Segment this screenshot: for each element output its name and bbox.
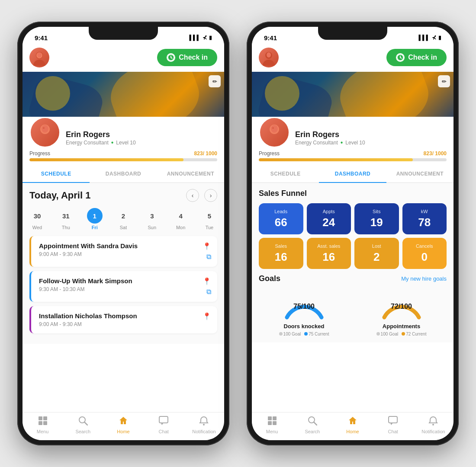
appt-time-2: 9:00 AM - 9:30 AM	[39, 321, 137, 327]
search-icon-2	[308, 416, 317, 428]
copy-icon-1[interactable]: ⧉	[206, 288, 211, 296]
tab-announcement-2[interactable]: ANNOUNCEMENT	[386, 166, 453, 183]
date-item-5[interactable]: 5 Tue	[202, 208, 217, 230]
funnel-card-appts[interactable]: Appts 24	[307, 203, 351, 234]
tab-announcement-1[interactable]: ANNOUNCEMENT	[157, 166, 224, 183]
tab-schedule-1[interactable]: SCHEDULE	[23, 166, 90, 183]
dashboard-content-2: Sales Funnel Leads 66 Appts 24 Sits 19	[252, 183, 453, 342]
location-icon-2[interactable]: 📍	[203, 312, 211, 320]
funnel-label-kw: kW	[421, 209, 428, 214]
progress-label-2: Progress	[259, 150, 280, 157]
date-item-1[interactable]: 1 Fri	[87, 208, 103, 230]
checkin-button-1[interactable]: Check in	[157, 49, 217, 66]
progress-value-1: 823/ 1000	[194, 150, 217, 157]
user-avatar-2[interactable]	[259, 48, 279, 67]
date-item-2[interactable]: 2 Sat	[116, 208, 131, 230]
nav-chat-1[interactable]: Chat	[144, 416, 184, 434]
nav-menu-2[interactable]: Menu	[252, 416, 292, 434]
screen-content-1: Check in ✏ Erin Roger	[23, 44, 224, 412]
funnel-card-leads[interactable]: Leads 66	[259, 203, 303, 234]
funnel-label-appts: Appts	[323, 209, 335, 214]
banner-edit-button-2[interactable]: ✏	[438, 75, 450, 87]
banner-shape-3	[35, 76, 70, 111]
nav-notification-2[interactable]: Notification	[413, 416, 453, 434]
nav-home-2[interactable]: Home	[332, 416, 373, 434]
goal-name-doors: Doors knocked	[284, 323, 325, 329]
nav-notif-label-1: Notification	[192, 429, 215, 434]
goal-legend-doors: 100 Goal 75 Current	[279, 332, 329, 336]
funnel-value-cancels: 0	[421, 250, 428, 264]
svg-line-23	[400, 58, 402, 58]
funnel-label-sales: Sales	[275, 243, 287, 249]
goal-dot-appts: 100 Goal	[376, 332, 399, 336]
profile-info-2: Erin Rogers Energy Consultant • Level 10	[295, 130, 365, 148]
profile-level-1: Level 10	[116, 140, 135, 146]
tab-dashboard-2[interactable]: DASHBOARD	[319, 166, 386, 183]
progress-bar-fill-2	[259, 158, 413, 161]
profile-role-1: Energy Consultant	[66, 140, 109, 146]
funnel-card-asst[interactable]: Asst. sales 16	[307, 238, 351, 269]
nav-search-2[interactable]: Search	[292, 416, 332, 434]
profile-avatar-2	[259, 117, 290, 148]
funnel-value-kw: 78	[418, 216, 431, 229]
tab-dashboard-1[interactable]: DASHBOARD	[90, 166, 157, 183]
svg-rect-12	[39, 421, 42, 425]
date-num-4: 4	[173, 208, 189, 224]
banner-edit-button-1[interactable]: ✏	[209, 75, 221, 87]
appointment-card-0[interactable]: Appointment With Sandra Davis 9:00 AM - …	[29, 236, 217, 267]
next-arrow-1[interactable]: ›	[204, 189, 217, 202]
location-icon-0[interactable]: 📍	[203, 242, 211, 250]
funnel-card-lost[interactable]: Lost 2	[354, 238, 399, 269]
date-day-30: Wed	[32, 225, 42, 230]
home-icon-1	[119, 416, 128, 428]
svg-line-6	[171, 58, 172, 58]
date-item-30[interactable]: 30 Wed	[29, 208, 45, 230]
appointment-card-2[interactable]: Installation Nicholas Thompson 9:00 AM -…	[29, 306, 217, 333]
svg-rect-27	[268, 416, 272, 420]
nav-search-1[interactable]: Search	[63, 416, 103, 434]
profile-name-1: Erin Rogers	[66, 130, 136, 139]
battery-icon-2: ▮	[438, 35, 441, 41]
schedule-header-1: Today, April 1 ‹ ›	[29, 189, 217, 202]
schedule-title-1: Today, April 1	[29, 190, 90, 201]
gauge-appts: 72/100	[378, 289, 425, 320]
funnel-card-cancels[interactable]: Cancels 0	[402, 238, 447, 269]
goal-dot-doors: 100 Goal	[279, 332, 301, 336]
appointment-info-0: Appointment With Sandra Davis 9:00 AM - …	[39, 242, 138, 257]
funnel-card-kw[interactable]: kW 78	[402, 203, 447, 234]
profile-section-2: Erin Rogers Energy Consultant • Level 10…	[252, 117, 453, 166]
profile-meta-2: Energy Consultant • Level 10	[295, 139, 365, 146]
chat-icon-1	[159, 416, 168, 428]
my-goals-link-2[interactable]: My new hire goals	[401, 275, 447, 282]
wifi-icon: ⊀	[203, 35, 207, 41]
svg-point-20	[267, 52, 271, 58]
funnel-card-sits[interactable]: Sits 19	[354, 203, 399, 234]
copy-icon-0[interactable]: ⧉	[206, 253, 211, 261]
profile-info-1: Erin Rogers Energy Consultant • Level 10	[66, 130, 136, 148]
svg-rect-11	[43, 416, 47, 420]
date-item-4[interactable]: 4 Mon	[173, 208, 189, 230]
appointment-card-1[interactable]: Follow-Up With Mark Simpson 9:30 AM - 10…	[29, 271, 217, 302]
svg-point-3	[37, 52, 42, 58]
tab-schedule-2[interactable]: SCHEDULE	[252, 166, 319, 183]
nav-menu-1[interactable]: Menu	[23, 416, 63, 434]
gauge-doors: 75/100	[280, 289, 328, 320]
prev-arrow-1[interactable]: ‹	[186, 189, 199, 202]
goals-header-2: Goals My new hire goals	[259, 274, 447, 283]
status-time-1: 9:41	[35, 34, 48, 42]
clock-icon-2	[396, 53, 405, 62]
nav-chat-2[interactable]: Chat	[373, 416, 413, 434]
date-item-3[interactable]: 3 Sun	[144, 208, 160, 230]
appointment-info-2: Installation Nicholas Thompson 9:00 AM -…	[39, 312, 137, 327]
checkin-button-2[interactable]: Check in	[386, 49, 447, 66]
nav-notification-1[interactable]: Notification	[184, 416, 224, 434]
funnel-card-sales[interactable]: Sales 16	[259, 238, 303, 269]
appt-time-0: 9:00 AM - 9:30 AM	[39, 251, 138, 257]
svg-point-34	[432, 424, 434, 425]
location-icon-1[interactable]: 📍	[203, 277, 211, 285]
user-avatar-1[interactable]	[29, 48, 49, 67]
date-item-31[interactable]: 31 Thu	[58, 208, 74, 230]
appt-icons-0: 📍 ⧉	[203, 242, 211, 261]
funnel-label-lost: Lost	[372, 243, 381, 249]
nav-home-1[interactable]: Home	[103, 416, 143, 434]
